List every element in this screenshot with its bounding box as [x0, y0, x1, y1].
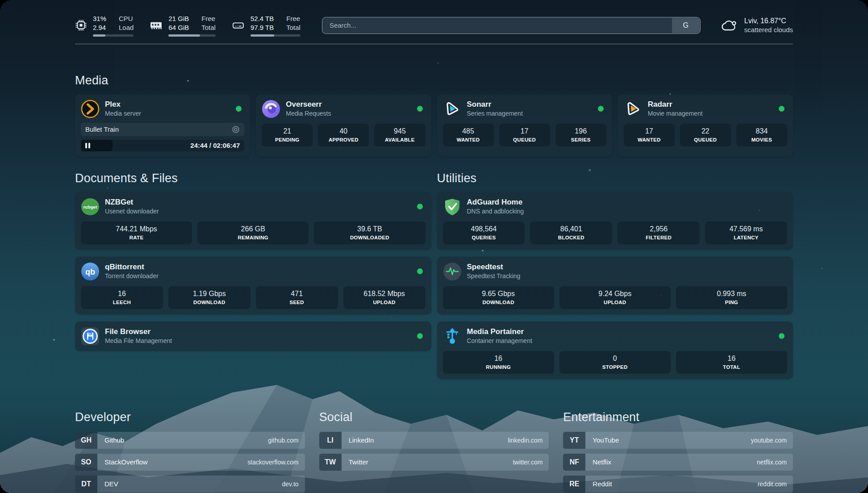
link-reddit[interactable]: RE Reddit reddit.com	[563, 476, 793, 493]
adguard-title: AdGuard Home	[467, 197, 524, 207]
link-twitter[interactable]: TW Twitter twitter.com	[319, 454, 549, 471]
speedtest-card[interactable]: Speedtest Speedtest Tracking 9.65 GbpsDO…	[437, 257, 793, 314]
qbittorrent-title: qBittorrent	[105, 262, 159, 272]
plex-logo-icon	[81, 100, 100, 118]
filebrowser-card[interactable]: File Browser Media File Management	[75, 322, 431, 351]
plex-subtitle: Media server	[105, 110, 141, 118]
qbittorrent-status-dot	[417, 268, 423, 274]
qbittorrent-subtitle: Torrent downloader	[105, 272, 159, 280]
plex-card[interactable]: Plex Media server Bullet Train	[75, 94, 250, 157]
sonarr-subtitle: Series management	[467, 110, 523, 118]
media-section-title: Media	[75, 74, 793, 88]
link-abbr: TW	[319, 454, 342, 471]
adguard-card[interactable]: AdGuard Home DNS and adblocking 498,564Q…	[437, 192, 793, 250]
cloud-icon	[720, 18, 738, 33]
overseerr-logo-icon	[262, 100, 280, 118]
documents-section-title: Documents & Files	[75, 171, 431, 185]
stat-box: 618.52 MbpsUPLOAD	[343, 286, 426, 309]
sonarr-card[interactable]: Sonarr Series management 485WANTED 17QUE…	[437, 94, 612, 157]
disk-total-value: 97.9 TB	[250, 23, 274, 32]
filebrowser-status-dot	[417, 333, 423, 339]
overseerr-card[interactable]: Overseerr Media Requests 21PENDING 40APP…	[256, 94, 431, 157]
stat-box: 471SEED	[256, 286, 338, 309]
filebrowser-subtitle: Media File Management	[105, 337, 172, 345]
link-linkedin[interactable]: LI LinkedIn linkedin.com	[319, 432, 549, 449]
disk-icon	[232, 19, 245, 31]
memory-progress-bar	[168, 34, 216, 37]
svg-text:qb: qb	[85, 267, 95, 276]
entertainment-bookmarks: Entertainment YT YouTube youtube.com NF …	[563, 410, 793, 493]
resource-monitors: 31% 2.94 CPU Load	[75, 14, 300, 37]
stat-box: 86,401BLOCKED	[530, 221, 612, 244]
radarr-title: Radarr	[648, 100, 703, 109]
utilities-section-title: Utilities	[437, 171, 793, 185]
overseerr-title: Overseerr	[286, 100, 331, 109]
portainer-title: Media Portainer	[467, 327, 532, 336]
link-youtube[interactable]: YT YouTube youtube.com	[563, 432, 793, 449]
stat-box: 196SERIES	[555, 124, 606, 146]
sonarr-title: Sonarr	[467, 100, 523, 109]
filebrowser-title: File Browser	[105, 327, 172, 336]
stat-box: 17QUEUED	[499, 124, 550, 146]
memory-free-label: Free	[201, 14, 216, 23]
radarr-card[interactable]: Radarr Movie management 17WANTED 22QUEUE…	[618, 94, 793, 157]
playback-time: 24:44 / 02:06:47	[190, 142, 240, 149]
radarr-logo-icon	[624, 100, 643, 118]
stat-box: 834MOVIES	[736, 124, 787, 146]
nzbget-card[interactable]: nzbget NZBGet Usenet downloader 74	[75, 192, 431, 250]
link-stackoverflow[interactable]: SO StackOverflow stackoverflow.com	[75, 454, 305, 471]
portainer-card[interactable]: Media Portainer Container management 16R…	[437, 322, 793, 379]
cpu-progress-bar	[93, 34, 134, 37]
weather-condition: scattered clouds	[744, 25, 793, 34]
adguard-subtitle: DNS and adblocking	[467, 208, 524, 216]
disk-free-value: 52.4 TB	[250, 14, 274, 23]
stat-box: 9.24 GbpsUPLOAD	[559, 286, 671, 309]
stat-box: 39.6 TBDOWNLOADED	[314, 221, 425, 244]
cpu-icon	[75, 19, 87, 31]
adguard-logo-icon	[443, 197, 462, 216]
stat-box: 9.65 GbpsDOWNLOAD	[443, 286, 554, 309]
stat-box: 266 GBREMAINING	[197, 221, 309, 244]
stat-box: 2,956FILTERED	[618, 221, 700, 244]
playback-progress-bar[interactable]: 24:44 / 02:06:47	[81, 140, 244, 151]
nzbget-status-dot	[417, 204, 423, 209]
qbittorrent-logo-icon: qb	[81, 262, 100, 281]
memory-free-value: 21 GiB	[168, 14, 189, 23]
memory-icon	[150, 19, 163, 31]
nzbget-subtitle: Usenet downloader	[105, 208, 159, 216]
memory-total-value: 64 GiB	[168, 23, 189, 32]
qbittorrent-card[interactable]: qb qBittorrent Torrent downloader	[75, 257, 431, 314]
link-abbr: SO	[75, 454, 97, 471]
sonarr-status-dot	[598, 106, 604, 112]
link-github[interactable]: GH Github github.com	[75, 432, 305, 449]
stat-box: 485WANTED	[443, 124, 494, 146]
speedtest-title: Speedtest	[467, 262, 521, 272]
plex-status-dot	[236, 106, 242, 112]
disk-progress-bar	[250, 34, 300, 37]
cpu-usage-label: CPU	[119, 14, 134, 23]
now-playing-row: Bullet Train	[81, 123, 244, 136]
topbar-divider	[75, 44, 793, 44]
link-dev[interactable]: DT DEV dev.to	[75, 476, 305, 493]
nzbget-title: NZBGet	[105, 197, 159, 207]
search-provider-button[interactable]: G	[672, 18, 700, 33]
developer-section-title: Developer	[75, 410, 305, 424]
stat-box: 1.19 GbpsDOWNLOAD	[168, 286, 250, 309]
top-bar: 31% 2.94 CPU Load	[75, 14, 793, 37]
filebrowser-logo-icon	[81, 327, 100, 346]
dashboard-screen: 31% 2.94 CPU Load	[0, 0, 868, 493]
plex-title: Plex	[105, 100, 141, 109]
search-input[interactable]	[322, 17, 701, 34]
cpu-load-label: Load	[119, 23, 134, 32]
pause-icon[interactable]	[85, 143, 90, 148]
link-netflix[interactable]: NF Netflix netflix.com	[563, 454, 793, 471]
memory-monitor: 21 GiB 64 GiB Free Total	[150, 14, 216, 37]
speedtest-logo-icon	[443, 262, 462, 281]
stat-box: 16TOTAL	[676, 351, 787, 374]
cpu-monitor: 31% 2.94 CPU Load	[75, 14, 134, 37]
radarr-status-dot	[779, 106, 785, 112]
now-playing-title: Bullet Train	[85, 125, 119, 133]
memory-total-label: Total	[201, 23, 216, 32]
link-abbr: DT	[75, 476, 97, 493]
social-bookmarks: Social LI LinkedIn linkedin.com TW Twitt…	[319, 410, 549, 493]
